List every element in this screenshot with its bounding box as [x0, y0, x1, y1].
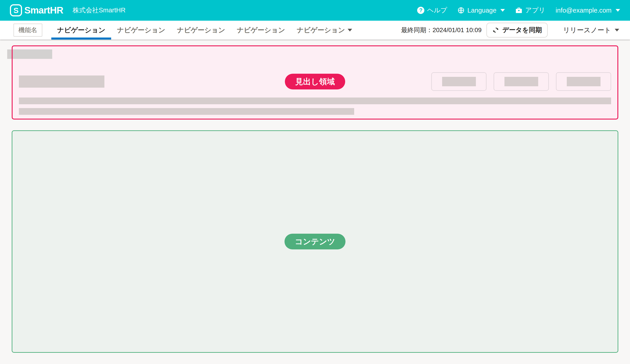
nav-tab-4[interactable]: ナビゲーション: [231, 21, 291, 39]
nav-tab-label: ナビゲーション: [57, 26, 105, 35]
smarthr-logo[interactable]: S SmartHR: [10, 4, 63, 16]
main: 見出し領域 コンテンツ: [0, 39, 630, 353]
language-label: Language: [467, 7, 496, 14]
account-menu[interactable]: info@example.com: [556, 7, 620, 14]
header-actions: ? ヘルプ Language アプリ info@example: [417, 6, 620, 15]
app-header: S SmartHR 株式会社SmartHR ? ヘルプ Language: [0, 0, 630, 21]
chevron-down-icon: [348, 29, 352, 31]
sync-data-label: データを同期: [502, 26, 542, 35]
refresh-icon: [492, 27, 499, 33]
button-label-placeholder: [504, 77, 538, 86]
smarthr-logo-icon: S: [10, 4, 22, 16]
description-line-placeholder-2: [19, 108, 354, 115]
chevron-down-icon: [616, 9, 620, 12]
nav-tab-label: ナビゲーション: [177, 26, 225, 35]
content-area: コンテンツ: [12, 130, 618, 353]
action-button-placeholder-3[interactable]: [556, 72, 611, 91]
heading-area-label: 見出し領域: [285, 74, 345, 89]
heading-area: 見出し領域: [12, 45, 618, 120]
breadcrumb-placeholder: [7, 49, 52, 59]
help-link[interactable]: ? ヘルプ: [417, 6, 447, 15]
nav-tab-label: ナビゲーション: [117, 26, 165, 35]
release-notes-menu[interactable]: リリースノート: [555, 26, 630, 35]
feature-name-badge: 機能名: [14, 23, 42, 37]
action-button-placeholder-1[interactable]: [431, 72, 486, 91]
last-sync-timestamp: 最終同期：2024/01/01 10:09: [401, 26, 482, 34]
nav-tabs: ナビゲーション ナビゲーション ナビゲーション ナビゲーション ナビゲーション: [51, 21, 358, 39]
help-icon: ?: [417, 7, 424, 14]
content-area-label: コンテンツ: [284, 234, 346, 249]
globe-icon: [458, 7, 464, 14]
description-line-placeholder-1: [19, 98, 611, 104]
page-title-placeholder: [19, 75, 104, 88]
nav-tab-label: ナビゲーション: [237, 26, 285, 35]
company-name: 株式会社SmartHR: [73, 6, 126, 15]
brand-name: SmartHR: [24, 5, 63, 16]
account-email: info@example.com: [556, 7, 612, 14]
apps-link[interactable]: アプリ: [515, 6, 545, 15]
heading-action-buttons: [431, 72, 611, 91]
apps-label: アプリ: [525, 6, 545, 15]
nav-tab-2[interactable]: ナビゲーション: [111, 21, 171, 39]
language-menu[interactable]: Language: [458, 7, 505, 14]
nav-tab-label: ナビゲーション: [297, 26, 345, 35]
nav-tab-1[interactable]: ナビゲーション: [51, 21, 111, 39]
help-label: ヘルプ: [427, 6, 447, 15]
nav-right: 最終同期：2024/01/01 10:09 データを同期 リリースノート: [401, 21, 630, 39]
nav-tab-3[interactable]: ナビゲーション: [171, 21, 231, 39]
action-button-placeholder-2[interactable]: [494, 72, 549, 91]
briefcase-icon: [515, 7, 522, 14]
release-notes-label: リリースノート: [563, 26, 611, 35]
chevron-down-icon: [500, 9, 505, 12]
chevron-down-icon: [615, 29, 619, 31]
heading-row: 見出し領域: [19, 72, 611, 91]
app-nav: 機能名 ナビゲーション ナビゲーション ナビゲーション ナビゲーション ナビゲー…: [0, 21, 630, 39]
nav-tab-5-dropdown[interactable]: ナビゲーション: [291, 21, 358, 39]
button-label-placeholder: [567, 77, 600, 86]
sync-data-button[interactable]: データを同期: [486, 23, 548, 37]
button-label-placeholder: [442, 77, 476, 86]
